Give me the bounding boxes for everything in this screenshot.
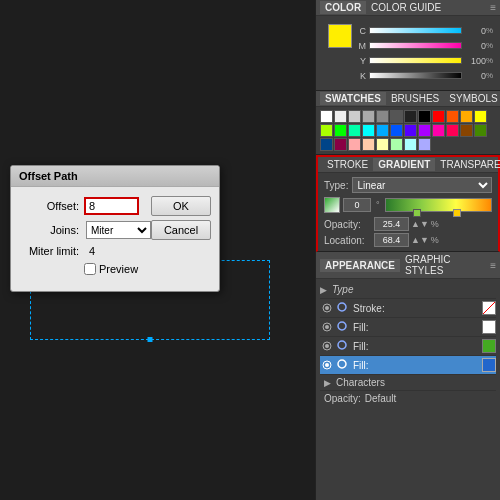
ok-button[interactable]: OK (151, 196, 211, 216)
gradient-stop-1[interactable] (413, 209, 421, 217)
fill-blue-label: Fill: (353, 360, 482, 371)
gradient-preview[interactable] (385, 198, 492, 212)
angle-input[interactable] (343, 198, 371, 212)
gradient-icon[interactable] (324, 197, 340, 213)
swatch-item[interactable] (390, 124, 403, 137)
opacity-spin[interactable]: ▲▼ (411, 219, 429, 229)
tab-gradient[interactable]: GRADIENT (373, 158, 435, 171)
appearance-fill-blue-row[interactable]: Fill: (320, 356, 496, 375)
location-row: Location: ▲▼ % (324, 233, 492, 247)
swatch-item[interactable] (418, 138, 431, 151)
swatch-item[interactable] (334, 138, 347, 151)
gradient-stop-2[interactable] (453, 209, 461, 217)
offset-input[interactable] (84, 197, 139, 215)
color-panel-menu[interactable]: ≡ (490, 2, 496, 13)
swatch-item[interactable] (334, 124, 347, 137)
slider-m-track[interactable] (369, 42, 462, 49)
swatch-item[interactable] (404, 110, 417, 123)
swatch-item[interactable] (418, 124, 431, 137)
dialog-buttons: OK Cancel (151, 196, 211, 244)
preview-label[interactable]: Preview (84, 263, 138, 275)
type-select[interactable]: Linear Radial (352, 177, 492, 193)
swatch-item[interactable] (376, 124, 389, 137)
svg-point-8 (338, 341, 346, 349)
svg-point-11 (338, 360, 346, 368)
swatch-item[interactable] (348, 110, 361, 123)
opacity-label: Opacity: (324, 219, 374, 230)
type-label: Type: (324, 180, 348, 191)
swatch-item[interactable] (390, 138, 403, 151)
tab-stroke[interactable]: STROKE (322, 158, 373, 171)
swatch-item[interactable] (474, 110, 487, 123)
swatch-item[interactable] (446, 124, 459, 137)
swatch-item[interactable] (432, 124, 445, 137)
fill-blue-visibility-icon[interactable] (320, 358, 334, 372)
swatch-item[interactable] (362, 138, 375, 151)
color-swatch[interactable] (328, 24, 352, 48)
swatch-item[interactable] (404, 138, 417, 151)
appearance-content: ▶ Type Stroke: (316, 279, 500, 408)
swatch-item[interactable] (320, 138, 333, 151)
appearance-panel-menu[interactable]: ≡ (490, 260, 496, 271)
swatch-item[interactable] (418, 110, 431, 123)
tab-graphic-styles[interactable]: GRAPHIC STYLES (400, 253, 490, 277)
tab-symbols[interactable]: SYMBOLS (444, 92, 500, 105)
type-arrow-icon: ▶ (320, 285, 330, 295)
tab-brushes[interactable]: BRUSHES (386, 92, 444, 105)
swatch-item[interactable] (460, 124, 473, 137)
swatch-item[interactable] (348, 138, 361, 151)
slider-k-track[interactable] (369, 72, 462, 79)
swatch-item[interactable] (404, 124, 417, 137)
preview-checkbox[interactable] (84, 263, 96, 275)
swatch-item[interactable] (334, 110, 347, 123)
preview-row: Preview (19, 263, 211, 275)
swatch-item[interactable] (362, 110, 375, 123)
tab-color-guide[interactable]: COLOR GUIDE (366, 1, 446, 14)
location-input[interactable] (374, 233, 409, 247)
opacity-appear-label: Opacity: (324, 393, 361, 404)
swatch-item[interactable] (460, 110, 473, 123)
tab-color[interactable]: COLOR (320, 1, 366, 14)
fill-white-visibility-icon[interactable] (320, 320, 334, 334)
tab-appearance[interactable]: APPEARANCE (320, 259, 400, 272)
appearance-fill-green-row: Fill: (320, 337, 496, 356)
joins-select[interactable]: Miter Round Bevel (86, 221, 151, 239)
swatch-item[interactable] (320, 124, 333, 137)
miter-value: 4 (89, 245, 95, 257)
swatch-item[interactable] (348, 124, 361, 137)
tab-swatches[interactable]: SWATCHES (320, 92, 386, 105)
swatches-panel: SWATCHES BRUSHES SYMBOLS ≡ (316, 91, 500, 155)
joins-label: Joins: (19, 224, 84, 236)
stroke-visibility-icon[interactable] (320, 301, 334, 315)
swatch-item[interactable] (432, 110, 445, 123)
dialog-title: Offset Path (11, 166, 219, 187)
fill-green-swatch[interactable] (482, 339, 496, 353)
swatch-item[interactable] (320, 110, 333, 123)
swatch-item[interactable] (376, 138, 389, 151)
location-pct: % (431, 235, 439, 245)
stroke-swatch[interactable] (482, 301, 496, 315)
color-panel: COLOR COLOR GUIDE ≡ C 0 % M 0 (316, 0, 500, 91)
slider-y-label: Y (354, 56, 366, 66)
slider-row-c: C 0 % (354, 24, 494, 37)
opacity-appear-val: Default (365, 393, 397, 404)
location-spin[interactable]: ▲▼ (411, 235, 429, 245)
slider-k-val: 0 (464, 71, 486, 81)
tab-transparency[interactable]: TRANSPARENCY (435, 158, 500, 171)
cancel-button[interactable]: Cancel (151, 220, 211, 240)
fill-green-visibility-icon[interactable] (320, 339, 334, 353)
swatch-item[interactable] (474, 124, 487, 137)
swatch-item[interactable] (446, 110, 459, 123)
appearance-fill-white-row: Fill: (320, 318, 496, 337)
slider-y-track[interactable] (369, 57, 462, 64)
slider-c-val: 0 (464, 26, 486, 36)
swatch-item[interactable] (376, 110, 389, 123)
slider-row-y: Y 100 % (354, 54, 494, 67)
fill-blue-swatch[interactable] (482, 358, 496, 372)
gradient-bar-row: ° (324, 197, 492, 213)
swatch-item[interactable] (390, 110, 403, 123)
slider-c-track[interactable] (369, 27, 462, 34)
fill-white-swatch[interactable] (482, 320, 496, 334)
opacity-input[interactable] (374, 217, 409, 231)
swatch-item[interactable] (362, 124, 375, 137)
